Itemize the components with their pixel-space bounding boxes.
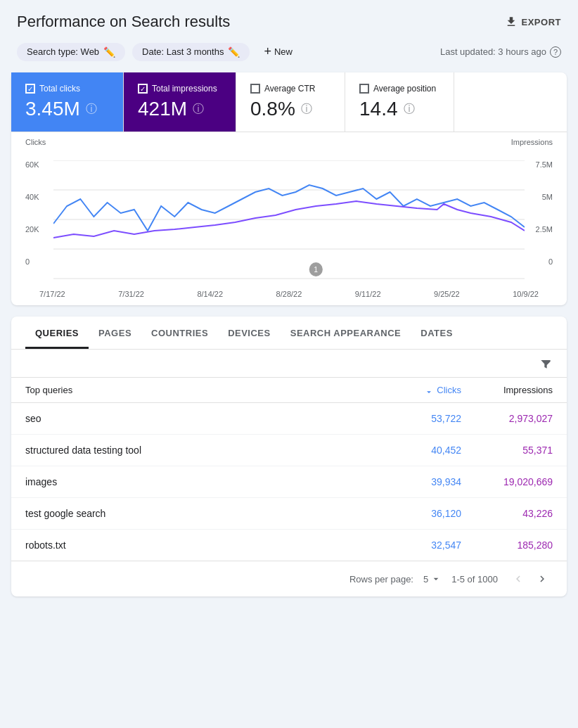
ctr-help-icon[interactable]: ⓘ bbox=[301, 102, 312, 117]
table-row: robots.txt 32,547 185,280 bbox=[11, 530, 567, 561]
download-icon bbox=[505, 15, 518, 28]
td-impressions-1: 55,371 bbox=[461, 445, 553, 456]
chart-svg-container: 1 bbox=[53, 160, 525, 280]
metric-total-clicks[interactable]: Total clicks 3.45M ⓘ bbox=[11, 72, 124, 132]
td-clicks-2: 39,934 bbox=[377, 476, 461, 487]
page-title: Performance on Search results bbox=[17, 13, 230, 31]
metric-impressions-header: Total impressions bbox=[138, 84, 221, 94]
x-label-5: 9/25/22 bbox=[434, 290, 460, 298]
ctr-value: 0.8% ⓘ bbox=[250, 98, 330, 120]
last-updated: Last updated: 3 hours ago ? bbox=[440, 46, 561, 58]
table-row: structured data testing tool 40,452 55,3… bbox=[11, 435, 567, 466]
next-page-button[interactable] bbox=[532, 570, 553, 588]
y-left-label: Clicks bbox=[25, 138, 46, 146]
position-checkbox[interactable] bbox=[359, 84, 369, 94]
th-impressions: Impressions bbox=[461, 385, 553, 395]
export-button[interactable]: EXPORT bbox=[505, 15, 561, 28]
filter-icon[interactable] bbox=[539, 357, 553, 373]
x-label-2: 8/14/22 bbox=[197, 290, 223, 298]
dropdown-arrow-icon bbox=[430, 573, 442, 585]
y-right-0: 0 bbox=[527, 257, 553, 266]
y-right-75m: 7.5M bbox=[527, 160, 553, 169]
table-row: seo 53,722 2,973,027 bbox=[11, 403, 567, 435]
table-row: images 39,934 19,020,669 bbox=[11, 466, 567, 498]
th-clicks[interactable]: Clicks bbox=[377, 385, 461, 395]
clicks-value: 3.45M ⓘ bbox=[25, 98, 109, 120]
clicks-checkbox[interactable] bbox=[25, 84, 35, 94]
chart-area: Clicks Impressions 60K 40K 20K 0 7.5M 5M… bbox=[11, 132, 567, 287]
x-label-4: 9/11/22 bbox=[355, 290, 381, 298]
new-button[interactable]: + New bbox=[257, 41, 300, 63]
impressions-help-icon[interactable]: ⓘ bbox=[193, 102, 204, 117]
pagination-row: Rows per page: 5 1-5 of 1000 bbox=[11, 561, 567, 596]
prev-page-button[interactable] bbox=[508, 570, 529, 588]
td-clicks-0: 53,722 bbox=[377, 413, 461, 424]
tab-search-appearance[interactable]: SEARCH APPEARANCE bbox=[281, 317, 411, 349]
td-query-0: seo bbox=[25, 413, 377, 424]
rows-per-page-label: Rows per page: bbox=[349, 574, 413, 585]
edit-icon-2: ✏️ bbox=[228, 46, 240, 58]
chevron-right-icon bbox=[536, 573, 548, 585]
rows-per-page-value: 5 bbox=[423, 574, 428, 585]
metrics-card: Total clicks 3.45M ⓘ Total impressions 4… bbox=[11, 72, 567, 305]
sort-down-icon bbox=[424, 385, 434, 395]
table-header: Top queries Clicks Impressions bbox=[11, 378, 567, 403]
x-label-6: 10/9/22 bbox=[513, 290, 539, 298]
metric-clicks-header: Total clicks bbox=[25, 84, 109, 94]
new-label: New bbox=[274, 46, 293, 57]
pagination-range: 1-5 of 1000 bbox=[451, 574, 498, 585]
x-label-3: 8/28/22 bbox=[276, 290, 302, 298]
filter-icon-row bbox=[11, 350, 567, 378]
top-bar: Performance on Search results EXPORT bbox=[0, 0, 578, 41]
impressions-checkbox[interactable] bbox=[138, 84, 148, 94]
export-label: EXPORT bbox=[522, 17, 561, 27]
td-query-4: robots.txt bbox=[25, 539, 377, 551]
tab-pages[interactable]: PAGES bbox=[89, 317, 141, 349]
chevron-left-icon bbox=[512, 573, 525, 585]
position-value: 14.4 ⓘ bbox=[359, 98, 439, 120]
table-row: test google search 36,120 43,226 bbox=[11, 498, 567, 530]
th-query: Top queries bbox=[25, 385, 377, 395]
td-query-1: structured data testing tool bbox=[25, 445, 377, 456]
y-right-label: Impressions bbox=[511, 138, 553, 146]
help-icon: ? bbox=[550, 46, 561, 58]
x-axis-labels: 7/17/22 7/31/22 8/14/22 8/28/22 9/11/22 … bbox=[39, 290, 539, 305]
y-left-0: 0 bbox=[25, 257, 51, 266]
date-label: Date: Last 3 months bbox=[142, 46, 224, 57]
metric-avg-ctr[interactable]: Average CTR 0.8% ⓘ bbox=[236, 72, 345, 132]
impressions-label: Total impressions bbox=[152, 84, 217, 94]
tab-countries[interactable]: COUNTRIES bbox=[141, 317, 218, 349]
filter-bar: Search type: Web ✏️ Date: Last 3 months … bbox=[0, 41, 578, 72]
tab-devices[interactable]: DEVICES bbox=[218, 317, 281, 349]
date-filter[interactable]: Date: Last 3 months ✏️ bbox=[132, 43, 250, 61]
metric-avg-position[interactable]: Average position 14.4 ⓘ bbox=[345, 72, 454, 132]
clicks-help-icon[interactable]: ⓘ bbox=[86, 102, 97, 117]
search-type-filter[interactable]: Search type: Web ✏️ bbox=[17, 43, 125, 61]
metric-total-impressions[interactable]: Total impressions 421M ⓘ bbox=[124, 72, 236, 132]
ctr-label: Average CTR bbox=[264, 84, 315, 94]
position-help-icon[interactable]: ⓘ bbox=[404, 102, 415, 117]
position-label: Average position bbox=[373, 84, 436, 94]
td-impressions-0: 2,973,027 bbox=[461, 413, 553, 424]
x-label-1: 7/31/22 bbox=[118, 290, 144, 298]
td-impressions-3: 43,226 bbox=[461, 508, 553, 519]
table-card: QUERIES PAGES COUNTRIES DEVICES SEARCH A… bbox=[11, 317, 567, 596]
plus-icon: + bbox=[264, 44, 271, 59]
ctr-header: Average CTR bbox=[250, 84, 330, 94]
td-query-2: images bbox=[25, 476, 377, 487]
clicks-label: Total clicks bbox=[39, 84, 80, 94]
edit-icon: ✏️ bbox=[103, 46, 115, 58]
impressions-value: 421M ⓘ bbox=[138, 98, 221, 120]
line-chart: 1 bbox=[53, 160, 525, 280]
y-right-25m: 2.5M bbox=[527, 225, 553, 234]
tab-dates[interactable]: DATES bbox=[411, 317, 463, 349]
rows-per-page-dropdown[interactable]: 5 bbox=[423, 573, 442, 585]
td-impressions-4: 185,280 bbox=[461, 539, 553, 551]
svg-text:1: 1 bbox=[314, 265, 318, 274]
td-clicks-4: 32,547 bbox=[377, 539, 461, 551]
metric-empty bbox=[454, 72, 567, 132]
ctr-checkbox[interactable] bbox=[250, 84, 260, 94]
x-label-0: 7/17/22 bbox=[39, 290, 65, 298]
tab-queries[interactable]: QUERIES bbox=[25, 317, 89, 349]
tabs-row: QUERIES PAGES COUNTRIES DEVICES SEARCH A… bbox=[11, 317, 567, 350]
